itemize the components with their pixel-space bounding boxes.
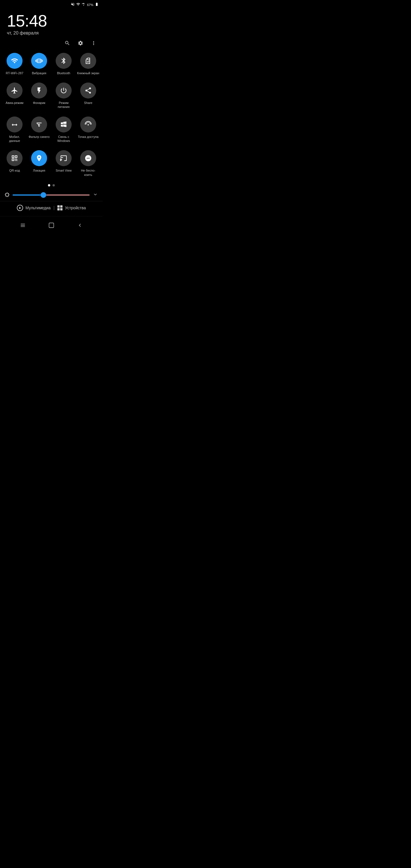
qs-label-hotspot: Точка доступа xyxy=(78,135,98,139)
qs-item-smart-view[interactable]: Smart View xyxy=(51,147,76,181)
qs-label-wifi: RT-WiFi-287 xyxy=(6,71,23,75)
brightness-thumb[interactable] xyxy=(40,192,46,198)
qs-item-blue-filter[interactable]: BФильтр синего xyxy=(27,113,51,147)
qs-icon-book-screen xyxy=(80,53,96,69)
qs-item-wifi[interactable]: RT-WiFi-287 xyxy=(2,50,27,79)
qs-label-book-screen: Книжный экран xyxy=(77,71,99,75)
mute-icon xyxy=(71,2,75,7)
qs-label-airplane: Авиа-режим xyxy=(6,101,23,105)
qs-item-hotspot[interactable]: Точка доступа xyxy=(76,113,100,147)
bottom-media-bar: ▶ Мультимедиа | Устройства xyxy=(0,201,103,214)
signal-icon xyxy=(82,2,86,7)
settings-icon[interactable] xyxy=(77,40,84,46)
qs-item-vibration[interactable]: Вибрация xyxy=(27,50,51,79)
qs-label-vibration: Вибрация xyxy=(32,71,46,75)
qs-label-blue-filter: Фильтр синего xyxy=(29,135,50,139)
clock-date: чт, 20 февраля xyxy=(7,31,96,36)
clock-section: 15:48 чт, 20 февраля xyxy=(0,8,103,37)
svg-text:B: B xyxy=(38,123,40,126)
qs-icon-dnd xyxy=(80,150,96,166)
qs-label-bluetooth: Bluetooth xyxy=(57,71,70,75)
svg-rect-2 xyxy=(87,61,90,62)
qs-icon-blue-filter: B xyxy=(31,117,47,132)
brightness-expand-icon[interactable] xyxy=(92,192,98,199)
qs-icon-location xyxy=(31,150,47,166)
battery-icon xyxy=(95,2,99,7)
quick-settings-grid: RT-WiFi-287ВибрацияBluetoothКнижный экра… xyxy=(0,50,103,181)
qs-label-smart-view: Smart View xyxy=(56,168,72,173)
qs-icon-power-mode xyxy=(56,83,72,98)
clock-time: 15:48 xyxy=(7,12,96,30)
multimedia-label: Мультимедиа xyxy=(25,206,51,210)
qs-label-location: Локация xyxy=(33,168,45,173)
qs-icon-flashlight xyxy=(31,83,47,98)
qs-label-mobile-data: Мобил. данные xyxy=(3,135,26,143)
brightness-low-icon xyxy=(5,192,10,198)
qs-icon-wifi xyxy=(6,53,23,69)
qs-icon-smart-view xyxy=(56,150,72,166)
qs-item-qr[interactable]: QR-код xyxy=(2,147,27,181)
qs-label-qr: QR-код xyxy=(9,168,20,173)
wifi-status-icon xyxy=(76,2,80,7)
brightness-row xyxy=(0,189,103,201)
pagination-dot-1 xyxy=(48,184,50,186)
qs-item-power-mode[interactable]: Режим питания xyxy=(51,79,76,113)
more-icon[interactable] xyxy=(90,40,97,46)
status-icons: 67% xyxy=(71,2,99,7)
qs-icon-airplane xyxy=(6,83,23,98)
status-bar: 67% xyxy=(0,0,103,8)
back-icon[interactable] xyxy=(73,220,87,231)
recent-apps-icon[interactable] xyxy=(16,220,29,231)
nav-bar xyxy=(0,216,103,236)
qs-item-book-screen[interactable]: Книжный экран xyxy=(76,50,100,79)
play-icon: ▶ xyxy=(17,205,23,211)
qs-item-airplane[interactable]: Авиа-режим xyxy=(2,79,27,113)
qs-icon-vibration xyxy=(31,53,47,69)
separator: | xyxy=(53,205,55,211)
qs-item-location[interactable]: Локация xyxy=(27,147,51,181)
toolbar xyxy=(0,37,103,50)
devices-label: Устройства xyxy=(65,206,86,210)
qs-icon-share xyxy=(80,83,96,98)
qs-icon-hotspot xyxy=(80,117,96,132)
qs-item-mobile-data[interactable]: Мобил. данные xyxy=(2,113,27,147)
qs-icon-qr xyxy=(6,150,23,166)
svg-rect-3 xyxy=(87,62,89,63)
qs-label-power-mode: Режим питания xyxy=(53,101,75,109)
qs-icon-bluetooth xyxy=(56,53,72,69)
brightness-slider[interactable] xyxy=(12,194,90,195)
qs-label-dnd: Не беспо-коить xyxy=(77,168,99,177)
pagination xyxy=(0,181,103,189)
home-icon[interactable] xyxy=(45,220,58,231)
qs-item-dnd[interactable]: Не беспо-коить xyxy=(76,147,100,181)
qs-label-flashlight: Фонарик xyxy=(33,101,45,105)
qs-icon-link-windows xyxy=(56,117,72,132)
devices-icon xyxy=(57,205,63,211)
qs-item-flashlight[interactable]: Фонарик xyxy=(27,79,51,113)
qs-item-share[interactable]: Share xyxy=(76,79,100,113)
svg-rect-5 xyxy=(49,223,54,228)
devices-button[interactable]: Устройства xyxy=(57,205,86,211)
qs-item-link-windows[interactable]: Связь с Windows xyxy=(51,113,76,147)
pagination-dot-2 xyxy=(53,184,55,186)
qs-label-share: Share xyxy=(84,101,92,105)
multimedia-button[interactable]: ▶ Мультимедиа xyxy=(17,205,51,211)
qs-label-link-windows: Связь с Windows xyxy=(53,135,75,143)
qs-item-bluetooth[interactable]: Bluetooth xyxy=(51,50,76,79)
battery-percent: 67% xyxy=(87,3,93,6)
search-icon[interactable] xyxy=(64,40,71,46)
qs-icon-mobile-data xyxy=(6,117,23,132)
